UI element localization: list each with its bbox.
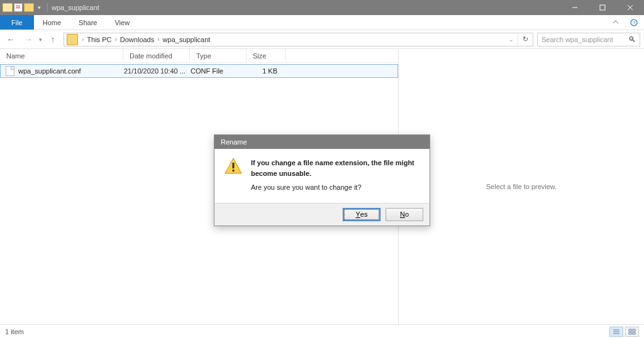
yes-button[interactable]: Yes bbox=[343, 208, 380, 221]
file-size: 1 KB bbox=[247, 67, 281, 75]
column-name[interactable]: Name bbox=[0, 49, 123, 62]
column-date[interactable]: Date modified bbox=[123, 49, 190, 62]
folder-icon bbox=[3, 3, 13, 12]
file-row[interactable]: wpa_supplicant.conf 21/10/2020 10:40 ...… bbox=[0, 64, 398, 78]
svg-rect-12 bbox=[633, 332, 635, 334]
dialog-title: Rename bbox=[214, 135, 430, 149]
chevron-right-icon[interactable]: › bbox=[156, 36, 160, 43]
navigation-bar: ← → ▾ ↑ › This PC › Downloads › wpa_supp… bbox=[0, 30, 644, 49]
status-text: 1 item bbox=[5, 328, 24, 335]
column-type[interactable]: Type bbox=[190, 49, 247, 62]
column-size[interactable]: Size bbox=[247, 49, 286, 62]
address-dropdown[interactable]: ⌄ bbox=[505, 36, 518, 43]
breadcrumb[interactable]: Downloads bbox=[118, 36, 156, 43]
file-name: wpa_supplicant.conf bbox=[18, 67, 124, 75]
tab-share[interactable]: Share bbox=[70, 15, 106, 30]
titlebar: ▾ wpa_supplicant bbox=[0, 0, 644, 15]
file-icon bbox=[6, 66, 14, 76]
preview-pane: Select a file to preview. bbox=[399, 49, 644, 324]
ribbon-collapse[interactable] bbox=[608, 15, 624, 30]
window-title: wpa_supplicant bbox=[52, 4, 99, 11]
breadcrumb[interactable]: wpa_supplicant bbox=[161, 36, 213, 43]
preview-placeholder: Select a file to preview. bbox=[486, 183, 557, 190]
no-button[interactable]: No bbox=[386, 208, 423, 221]
back-button[interactable]: ← bbox=[4, 33, 18, 46]
tab-view[interactable]: View bbox=[106, 15, 138, 30]
svg-rect-10 bbox=[633, 329, 635, 331]
dialog-line2: Are you sure you want to change it? bbox=[251, 182, 419, 193]
svg-rect-14 bbox=[233, 163, 235, 168]
search-icon[interactable]: 🔍︎ bbox=[628, 35, 636, 44]
tab-file[interactable]: File bbox=[0, 15, 34, 30]
rename-dialog: Rename If you change a file name extensi… bbox=[214, 134, 430, 226]
chevron-right-icon[interactable]: › bbox=[80, 36, 85, 43]
quick-access-toolbar: ▾ bbox=[3, 3, 43, 12]
column-headers: Name Date modified Type Size bbox=[0, 49, 398, 63]
details-view-button[interactable] bbox=[609, 327, 623, 337]
qat-dropdown[interactable]: ▾ bbox=[35, 4, 43, 11]
svg-rect-11 bbox=[629, 332, 631, 334]
up-button[interactable]: ↑ bbox=[46, 33, 60, 46]
warning-icon bbox=[225, 158, 242, 174]
large-icons-view-button[interactable] bbox=[625, 327, 639, 337]
svg-rect-9 bbox=[629, 329, 631, 331]
search-input[interactable]: Search wpa_supplicant 🔍︎ bbox=[537, 33, 640, 46]
minimize-button[interactable] bbox=[561, 0, 589, 15]
search-placeholder: Search wpa_supplicant bbox=[541, 36, 613, 43]
forward-button[interactable]: → bbox=[21, 33, 35, 46]
address-bar[interactable]: › This PC › Downloads › wpa_supplicant ⌄… bbox=[64, 33, 533, 46]
chevron-right-icon[interactable]: › bbox=[113, 36, 118, 43]
breadcrumb[interactable]: This PC bbox=[85, 36, 113, 43]
history-dropdown[interactable]: ▾ bbox=[39, 36, 42, 43]
status-bar: 1 item bbox=[0, 324, 644, 338]
refresh-button[interactable]: ↻ bbox=[518, 33, 533, 46]
folder-icon bbox=[67, 34, 78, 45]
svg-text:?: ? bbox=[633, 20, 636, 26]
svg-rect-1 bbox=[600, 5, 605, 10]
tab-home[interactable]: Home bbox=[34, 15, 70, 30]
maximize-button[interactable] bbox=[589, 0, 616, 15]
file-date: 21/10/2020 10:40 ... bbox=[124, 67, 191, 75]
document-icon bbox=[14, 3, 23, 12]
help-button[interactable]: ? bbox=[624, 15, 644, 30]
dialog-line1: If you change a file name extension, the… bbox=[251, 158, 419, 178]
close-button[interactable] bbox=[616, 0, 644, 15]
file-type: CONF File bbox=[191, 67, 247, 75]
svg-rect-15 bbox=[233, 170, 235, 172]
folder-open-icon bbox=[24, 3, 34, 12]
dialog-message: If you change a file name extension, the… bbox=[251, 158, 419, 193]
ribbon: File Home Share View ? bbox=[0, 15, 644, 30]
